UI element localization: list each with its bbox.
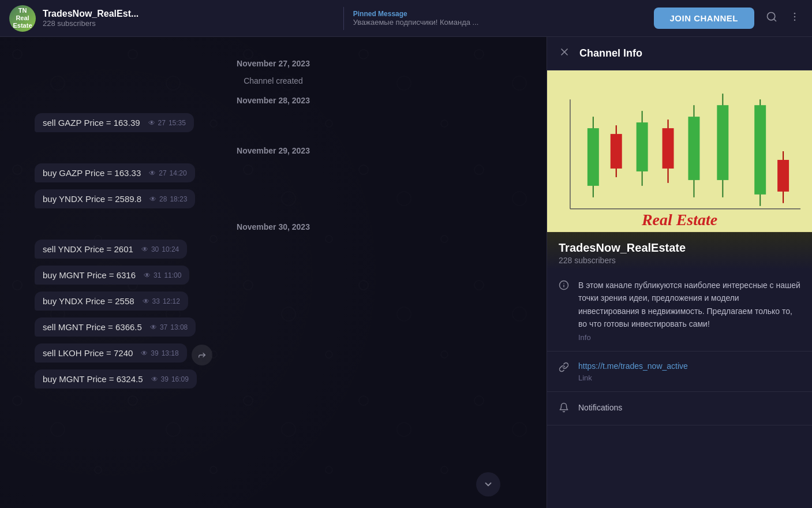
- message-row: buy YNDX Price = 2558 👁 33 12:12: [35, 292, 512, 314]
- app-header: TNRealEstate TradesNow_RealEst... 228 su…: [0, 0, 812, 37]
- svg-rect-23: [754, 105, 766, 195]
- message-bubble: sell LKOH Price = 7240 👁 39 13:18: [35, 343, 187, 363]
- view-count: 39: [151, 349, 158, 357]
- main-content: November 27, 2023 Channel created Novemb…: [0, 37, 812, 508]
- views-icon: 👁: [143, 297, 149, 305]
- channel-sub-count: 228 subscribers: [559, 256, 800, 265]
- view-count: 30: [151, 245, 159, 253]
- svg-rect-7: [547, 70, 812, 231]
- pinned-label: Pinned Message: [353, 10, 645, 18]
- message-time: 11:00: [164, 271, 181, 279]
- svg-rect-25: [777, 160, 789, 192]
- info-description-text: В этом канале публикуются наиболее интер…: [578, 279, 800, 331]
- views-icon: 👁: [149, 195, 156, 203]
- info-content: В этом канале публикуются наиболее интер…: [578, 279, 800, 342]
- views-icon: 👁: [141, 349, 148, 357]
- svg-point-3: [794, 16, 796, 18]
- channel-avatar: TNRealEstate: [9, 5, 36, 32]
- message-meta: 👁 27 14:20: [149, 169, 186, 177]
- info-label: Info: [578, 333, 800, 342]
- svg-rect-19: [688, 117, 699, 180]
- more-options-button[interactable]: [787, 9, 803, 28]
- message-meta: 👁 33 12:12: [143, 297, 180, 305]
- message-row: sell LKOH Price = 7240 👁 39 13:18: [35, 343, 512, 366]
- views-icon: 👁: [144, 271, 151, 279]
- views-icon: 👁: [151, 375, 158, 383]
- svg-point-2: [794, 13, 796, 14]
- view-count: 39: [161, 375, 169, 383]
- view-count: 27: [159, 169, 166, 177]
- message-bubble: buy YNDX Price = 2589.8 👁 28 18:23: [35, 189, 195, 208]
- message-row: buy YNDX Price = 2589.8 👁 28 18:23: [35, 189, 512, 212]
- svg-point-4: [794, 20, 796, 21]
- scroll-down-button[interactable]: [476, 472, 500, 496]
- message-row: sell GAZP Price = 163.39 👁 27 15:35: [35, 113, 512, 136]
- message-row: buy MGNT Price = 6316 👁 31 11:00: [35, 266, 512, 288]
- channel-banner: Real Estate: [547, 70, 812, 232]
- view-count: 37: [160, 323, 167, 331]
- views-icon: 👁: [148, 119, 155, 127]
- message-text: buy GAZP Price = 163.33: [43, 168, 141, 178]
- message-time: 16:09: [171, 375, 189, 383]
- message-bubble: buy YNDX Price = 2558 👁 33 12:12: [35, 292, 188, 311]
- panel-header: Channel Info: [547, 37, 812, 70]
- forward-button[interactable]: [192, 345, 212, 365]
- message-text: buy MGNT Price = 6324.5: [43, 374, 143, 384]
- join-channel-button[interactable]: JOIN CHANNEL: [654, 8, 755, 29]
- message-bubble: sell MGNT Price = 6366.5 👁 37 13:08: [35, 318, 196, 337]
- svg-line-1: [774, 19, 776, 21]
- message-meta: 👁 31 11:00: [144, 271, 181, 279]
- chat-area[interactable]: November 27, 2023 Channel created Novemb…: [0, 37, 547, 508]
- svg-rect-21: [717, 105, 728, 180]
- message-meta: 👁 27 15:35: [148, 119, 186, 127]
- notifications-label: Notifications: [578, 401, 622, 414]
- message-meta: 👁 30 10:24: [141, 245, 179, 253]
- channel-subscribers: 228 subscribers: [43, 19, 334, 28]
- candlestick-chart: Real Estate: [547, 70, 812, 232]
- channel-info: TradesNow_RealEst... 228 subscribers: [43, 9, 334, 28]
- date-label-nov28: November 28, 2023: [35, 96, 512, 105]
- message-meta: 👁 37 13:08: [150, 323, 188, 331]
- view-count: 27: [158, 119, 166, 127]
- svg-text:Real Estate: Real Estate: [641, 211, 717, 229]
- message-time: 13:08: [170, 323, 188, 331]
- message-meta: 👁 39 16:09: [151, 375, 189, 383]
- link-label: Link: [578, 373, 688, 382]
- views-icon: 👁: [141, 245, 148, 253]
- message-text: buy MGNT Price = 6316: [43, 270, 136, 280]
- message-bubble: buy GAZP Price = 163.33 👁 27 14:20: [35, 163, 195, 182]
- svg-rect-11: [588, 128, 599, 186]
- channel-info-panel: Channel Info: [547, 37, 812, 508]
- view-count: 33: [152, 297, 160, 305]
- search-button[interactable]: [764, 9, 780, 28]
- views-icon: 👁: [149, 169, 156, 177]
- info-content: https://t.me/trades_now_active Link: [578, 361, 688, 382]
- svg-rect-17: [663, 128, 674, 169]
- message-row: buy MGNT Price = 6324.5 👁 39 16:09: [35, 369, 512, 392]
- message-row: sell YNDX Price = 2601 👁 30 10:24: [35, 240, 512, 262]
- notifications-content: Notifications: [578, 401, 622, 414]
- message-meta: 👁 28 18:23: [149, 195, 187, 203]
- message-bubble: sell YNDX Price = 2601 👁 30 10:24: [35, 240, 187, 259]
- notifications-section: Notifications: [547, 392, 812, 425]
- message-time: 10:24: [162, 245, 179, 253]
- message-time: 12:12: [163, 297, 180, 305]
- info-description-section: В этом канале публикуются наиболее интер…: [547, 270, 812, 352]
- message-text: sell LKOH Price = 7240: [43, 348, 133, 358]
- channel-display-name: TradesNow_RealEstate: [559, 241, 800, 255]
- pinned-text: Уважаемые подписчики! Команда ...: [353, 18, 515, 27]
- channel-name: TradesNow_RealEst...: [43, 9, 334, 19]
- close-panel-button[interactable]: [559, 46, 570, 61]
- notifications-icon: [559, 402, 569, 416]
- message-row: buy GAZP Price = 163.33 👁 27 14:20: [35, 163, 512, 186]
- message-text: sell GAZP Price = 163.39: [43, 118, 140, 128]
- message-text: buy YNDX Price = 2558: [43, 296, 134, 306]
- message-time: 15:35: [169, 119, 186, 127]
- channel-name-section: TradesNow_RealEstate 228 subscribers: [547, 232, 812, 270]
- channel-link[interactable]: https://t.me/trades_now_active: [578, 361, 688, 371]
- svg-rect-15: [637, 122, 648, 171]
- message-meta: 👁 39 13:18: [141, 349, 178, 357]
- message-row: sell MGNT Price = 6366.5 👁 37 13:08: [35, 318, 512, 340]
- pinned-message-area[interactable]: Pinned Message Уважаемые подписчики! Ком…: [353, 10, 645, 27]
- view-count: 28: [159, 195, 167, 203]
